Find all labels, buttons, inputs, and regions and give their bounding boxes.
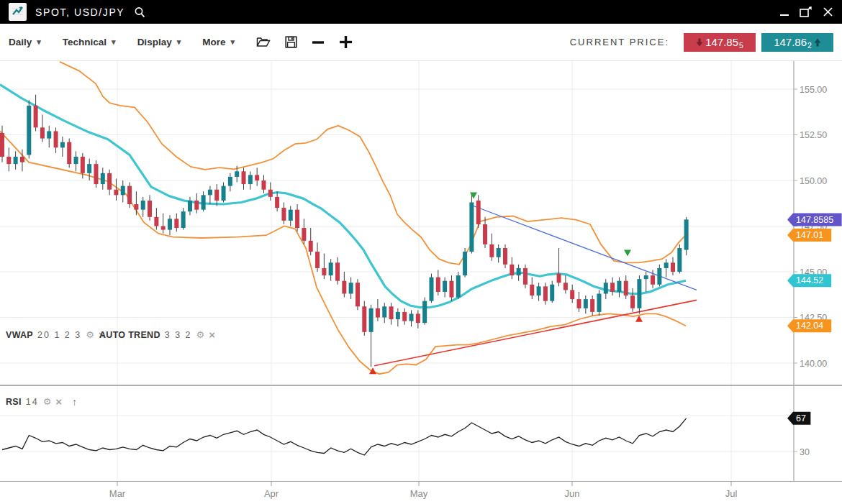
minimize-button[interactable] [779,7,789,17]
bid-price-value: 147.85 [705,36,738,48]
candle [637,275,641,313]
candle-body-up [497,248,501,257]
candle-body-down [610,283,615,292]
month-label: Apr [264,488,279,499]
candle [335,257,340,285]
vwap-indicator-label: VWAP 20 1 2 3 ⚙ × [6,329,105,340]
menu-technical[interactable]: Technical ▾ [63,37,116,47]
chart-logo-icon [11,5,24,19]
app-logo-icon [9,3,27,21]
close-button[interactable] [823,6,833,17]
save-button[interactable] [285,36,297,48]
candle-body-down [6,157,11,164]
current-price-group: CURRENT PRICE: 147.855 147.862 [570,33,833,52]
candle-body-up [677,248,682,272]
candle [584,295,588,313]
candle-body-down [161,226,166,230]
candle-body-down [255,175,259,180]
candle-body-down [563,283,568,290]
zoom-in-button[interactable] [339,35,353,49]
candle [268,183,273,201]
menu-more[interactable]: More ▾ [202,37,235,47]
candle [174,214,178,232]
candle-body-down [362,306,366,332]
candle [6,147,11,171]
candle [54,127,58,153]
candle-body-up [369,308,374,332]
candle-body-up [657,268,661,285]
candle-body-down [174,219,178,228]
month-label: Jul [725,488,738,499]
candle [309,228,313,255]
candle [148,195,152,221]
bollinger-upper-line [60,62,686,265]
candle-body-down [261,180,266,190]
candle [382,303,386,323]
candle-body-down [315,252,320,268]
candle-body-down [295,210,299,228]
candle-body-down [416,313,420,323]
remove-indicator-icon[interactable]: × [209,329,215,340]
candle-body-up [422,301,427,323]
candle [168,215,172,235]
price-tag-label: 67 [796,413,806,423]
y-axis-tick-label: 150.00 [800,176,827,186]
trend-line-resistance[interactable] [474,206,697,290]
candle [222,183,226,203]
candle [510,257,514,279]
price-tag-label: 144.52 [796,275,823,285]
candle-body-up [537,286,541,295]
candle [322,254,326,280]
move-panel-up-icon[interactable]: ↑ [72,397,77,407]
gear-icon[interactable]: ⚙ [86,330,94,339]
candle-body-up [617,281,621,292]
candle-body-down [275,197,279,208]
window-title: SPOT, USD/JPY [35,6,125,18]
candle [409,310,414,326]
gear-icon[interactable]: ⚙ [196,330,205,339]
candle [644,272,648,292]
candle-body-up [87,164,91,173]
candle [134,191,138,215]
candle-body-down [40,127,45,138]
menu-display[interactable]: Display ▾ [137,37,181,47]
candle [315,242,320,272]
window-controls [779,6,833,18]
candle-body-down [154,217,158,226]
ask-price-button[interactable]: 147.862 [761,33,833,52]
candle [27,100,31,158]
price-tag-label: 147.01 [796,230,823,240]
bid-price-button[interactable]: 147.855 [684,33,756,52]
remove-indicator-icon[interactable]: × [55,396,62,407]
candle [67,139,71,168]
month-label: Mar [109,488,126,499]
menu-daily-label: Daily [9,37,32,47]
candle [664,259,669,277]
candle [463,248,467,278]
candle-body-down [322,268,326,275]
candle [161,214,166,234]
candle-body-down [134,204,138,210]
signal-marker-down-triangle [470,193,477,199]
candle-body-down [530,285,534,295]
open-folder-button[interactable] [256,36,271,48]
popout-button[interactable] [800,6,812,18]
menu-daily[interactable]: Daily ▾ [9,37,41,47]
candle-body-up [517,268,521,275]
zoom-out-button[interactable] [312,36,325,49]
candle [537,283,541,301]
gear-icon[interactable]: ⚙ [43,397,52,406]
candle-body-up [47,131,51,138]
menu-technical-label: Technical [63,37,107,47]
candle-body-down [436,278,440,292]
search-icon[interactable] [133,6,146,19]
candle [242,168,246,189]
candle-body-up [27,106,31,155]
candle-body-up [604,283,608,293]
candle [202,191,206,211]
candle-body-down [268,190,273,197]
candle [396,308,400,326]
candle-body-up [202,195,206,209]
candle [289,206,293,226]
candle-body-up [463,252,467,275]
